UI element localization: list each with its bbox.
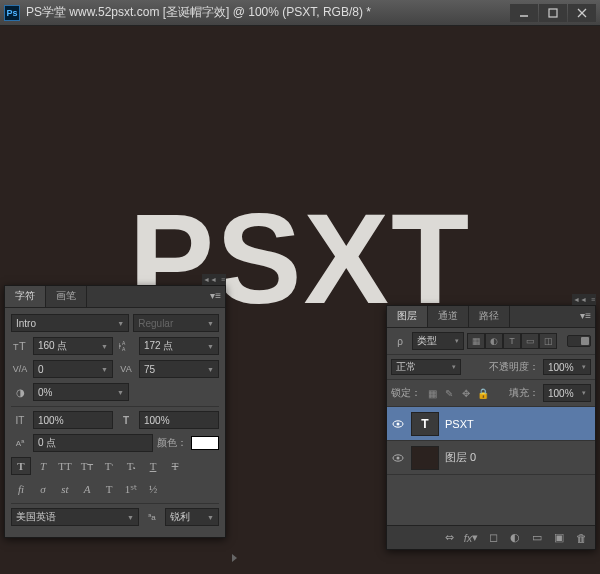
- fill-input[interactable]: 100%▾: [543, 384, 591, 402]
- link-layers-icon[interactable]: ⇔: [439, 529, 459, 547]
- layer-fx-icon[interactable]: fx▾: [461, 529, 481, 547]
- italic-button[interactable]: T: [33, 457, 53, 475]
- delete-layer-icon[interactable]: 🗑: [571, 529, 591, 547]
- superscript-button[interactable]: T¹: [99, 457, 119, 475]
- baseline-input[interactable]: 0 点: [33, 434, 153, 452]
- tab-layers[interactable]: 图层: [387, 306, 428, 327]
- kerning-input[interactable]: 0▼: [33, 360, 113, 378]
- lock-image-icon[interactable]: ✎: [442, 386, 456, 400]
- tab-channels[interactable]: 通道: [428, 306, 469, 327]
- style-buttons-row: T T TT Tᴛ T¹ T₁ T T: [11, 457, 219, 475]
- color-label: 颜色：: [157, 436, 187, 450]
- opacity-input[interactable]: 100%▾: [543, 359, 591, 375]
- ot-titling-button[interactable]: T: [99, 480, 119, 498]
- svg-text:T: T: [19, 340, 26, 352]
- hscale-icon: T: [117, 412, 135, 428]
- scale-input[interactable]: 0%▼: [33, 383, 129, 401]
- layer-list: T PSXT 图层 0: [387, 407, 595, 475]
- ot-swash-button[interactable]: A: [77, 480, 97, 498]
- lock-all-icon[interactable]: 🔒: [476, 386, 490, 400]
- panel-collapse-handle[interactable]: ◄◄≡: [572, 294, 596, 305]
- smallcaps-button[interactable]: Tᴛ: [77, 457, 97, 475]
- window-titlebar: Ps PS学堂 www.52psxt.com [圣诞帽字效] @ 100% (P…: [0, 0, 600, 26]
- filter-image-icon[interactable]: ▦: [467, 333, 485, 349]
- adjustment-layer-icon[interactable]: ◐: [505, 529, 525, 547]
- language-select[interactable]: 美国英语▼: [11, 508, 139, 526]
- vscale-input[interactable]: 100%: [33, 411, 113, 429]
- tab-character[interactable]: 字符: [5, 286, 46, 307]
- layer-mask-icon[interactable]: ◻: [483, 529, 503, 547]
- svg-point-13: [397, 456, 400, 459]
- svg-text:A: A: [122, 346, 126, 352]
- allcaps-button[interactable]: TT: [55, 457, 75, 475]
- vscale-icon: IT: [11, 412, 29, 428]
- leading-input[interactable]: 172 点▼: [139, 337, 219, 355]
- group-icon[interactable]: ▭: [527, 529, 547, 547]
- layers-panel-tabs: 图层 通道 路径 ▾≡: [387, 306, 595, 328]
- blend-mode-select[interactable]: 正常▾: [391, 359, 461, 375]
- visibility-icon[interactable]: [391, 451, 405, 465]
- bold-button[interactable]: T: [11, 457, 31, 475]
- filter-kind-select[interactable]: 类型▾: [412, 332, 464, 350]
- ot-ordinal-button[interactable]: 1ˢᵗ: [121, 480, 141, 498]
- layer-name[interactable]: PSXT: [445, 418, 591, 430]
- character-panel: ◄◄≡ 字符 画笔 ▾≡ Intro▼ Regular▼ TT 160 点▼ A…: [4, 285, 226, 538]
- subscript-button[interactable]: T₁: [121, 457, 141, 475]
- panel-menu-icon[interactable]: ▾≡: [580, 310, 591, 321]
- character-panel-tabs: 字符 画笔 ▾≡: [5, 286, 225, 308]
- ot-fraction-button[interactable]: ½: [143, 480, 163, 498]
- layer-item[interactable]: T PSXT: [387, 407, 595, 441]
- ps-logo: Ps: [4, 5, 20, 21]
- text-color-swatch[interactable]: [191, 436, 219, 450]
- opentype-buttons-row: fi σ st A T 1ˢᵗ ½: [11, 480, 219, 498]
- font-size-icon: TT: [11, 338, 29, 354]
- tab-paths[interactable]: 路径: [469, 306, 510, 327]
- tracking-icon: VA: [117, 361, 135, 377]
- panel-menu-icon[interactable]: ▾≡: [210, 290, 221, 301]
- lock-transparency-icon[interactable]: ▦: [425, 386, 439, 400]
- filter-search-icon: ρ: [391, 333, 409, 349]
- ot-sigma-button[interactable]: σ: [33, 480, 53, 498]
- layers-footer: ⇔ fx▾ ◻ ◐ ▭ ▣ 🗑: [387, 525, 595, 549]
- window-title: PS学堂 www.52psxt.com [圣诞帽字效] @ 100% (PSXT…: [26, 4, 510, 21]
- hscale-input[interactable]: 100%: [139, 411, 219, 429]
- maximize-button[interactable]: [539, 4, 567, 22]
- font-style-select[interactable]: Regular▼: [133, 314, 219, 332]
- fill-label: 填充：: [509, 386, 539, 400]
- opacity-label: 不透明度：: [489, 360, 539, 374]
- layer-thumbnail[interactable]: [411, 446, 439, 470]
- antialias-icon: ªa: [143, 509, 161, 525]
- zoom-triangle-icon[interactable]: [232, 554, 237, 562]
- filter-toggle[interactable]: [567, 335, 591, 347]
- zoom-readout: [232, 550, 237, 566]
- baseline-icon: Aª: [11, 435, 29, 451]
- ot-fi-button[interactable]: fi: [11, 480, 31, 498]
- visibility-icon[interactable]: [391, 417, 405, 431]
- tab-brush[interactable]: 画笔: [46, 286, 87, 307]
- minimize-button[interactable]: [510, 4, 538, 22]
- antialias-select[interactable]: 锐利▼: [165, 508, 219, 526]
- filter-shape-icon[interactable]: ▭: [521, 333, 539, 349]
- font-family-select[interactable]: Intro▼: [11, 314, 129, 332]
- layer-name[interactable]: 图层 0: [445, 450, 591, 465]
- scale-icon: ◑: [11, 384, 29, 400]
- ot-st-button[interactable]: st: [55, 480, 75, 498]
- tracking-input[interactable]: 75▼: [139, 360, 219, 378]
- layer-item[interactable]: 图层 0: [387, 441, 595, 475]
- close-button[interactable]: [568, 4, 596, 22]
- new-layer-icon[interactable]: ▣: [549, 529, 569, 547]
- strikethrough-button[interactable]: T: [165, 457, 185, 475]
- lock-position-icon[interactable]: ✥: [459, 386, 473, 400]
- font-size-input[interactable]: 160 点▼: [33, 337, 113, 355]
- lock-label: 锁定：: [391, 386, 421, 400]
- leading-icon: AA: [117, 338, 135, 354]
- filter-type-icon[interactable]: T: [503, 333, 521, 349]
- filter-smart-icon[interactable]: ◫: [539, 333, 557, 349]
- underline-button[interactable]: T: [143, 457, 163, 475]
- filter-adjust-icon[interactable]: ◐: [485, 333, 503, 349]
- panel-collapse-handle[interactable]: ◄◄≡: [202, 274, 226, 285]
- svg-rect-1: [549, 9, 557, 17]
- layers-panel: ◄◄≡ 图层 通道 路径 ▾≡ ρ 类型▾ ▦ ◐ T ▭ ◫ 正常▾ 不透明度…: [386, 305, 596, 550]
- layer-thumbnail[interactable]: T: [411, 412, 439, 436]
- svg-point-11: [397, 422, 400, 425]
